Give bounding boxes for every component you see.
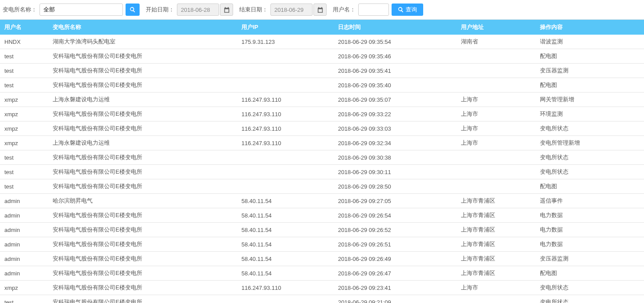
table-cell: 安科瑞电气股份有限公司E楼变电所 <box>48 252 237 266</box>
table-cell: 变电所状态 <box>536 295 644 303</box>
table-cell: 电力数据 <box>536 208 644 223</box>
table-cell: 2018-06-29 09:33:03 <box>334 121 457 136</box>
th-op[interactable]: 操作内容 <box>536 20 644 35</box>
th-addr[interactable]: 用户地址 <box>457 20 536 35</box>
table-row[interactable]: test安科瑞电气股份有限公司E楼变电所2018-06-29 09:21:09变… <box>0 295 644 303</box>
table-row[interactable]: xmpz上海永磐建设电力运维116.247.93.1102018-06-29 0… <box>0 136 644 150</box>
table-cell: HNDX <box>0 35 48 49</box>
end-date-label: 结束日期： <box>239 6 268 14</box>
query-button-label: 查询 <box>406 6 417 14</box>
table-cell <box>237 64 334 78</box>
table-cell: xmpz <box>0 107 48 121</box>
table-cell: 116.247.93.110 <box>237 107 334 121</box>
table-cell: 安科瑞电气股份有限公司E楼变电所 <box>48 78 237 93</box>
table-cell: 安科瑞电气股份有限公司E楼变电所 <box>48 223 237 237</box>
query-button[interactable]: 查询 <box>392 4 423 16</box>
table-cell: 变电所管理新增 <box>536 136 644 150</box>
vertical-scrollbar[interactable] <box>637 20 644 303</box>
table-cell <box>237 49 334 64</box>
table-cell: 2018-06-29 09:26:54 <box>334 208 457 223</box>
table-cell: test <box>0 78 48 93</box>
search-station-button[interactable] <box>126 4 140 16</box>
th-username[interactable]: 用户名 <box>0 20 48 35</box>
th-station[interactable]: 变电所名称 <box>48 20 237 35</box>
th-ip[interactable]: 用户IP <box>237 20 334 35</box>
th-time[interactable]: 日志时间 <box>334 20 457 35</box>
table-cell: 安科瑞电气股份有限公司E楼变电所 <box>48 237 237 252</box>
table-row[interactable]: admin安科瑞电气股份有限公司E楼变电所58.40.11.542018-06-… <box>0 266 644 281</box>
table-row[interactable]: xmpz上海永磐建设电力运维116.247.93.1102018-06-29 0… <box>0 93 644 107</box>
table-row[interactable]: xmpz安科瑞电气股份有限公司E楼变电所116.247.93.1102018-0… <box>0 121 644 136</box>
table-cell: 2018-06-29 09:35:54 <box>334 35 457 49</box>
table-cell: 2018-06-29 09:21:09 <box>334 295 457 303</box>
end-date-input[interactable] <box>270 4 313 16</box>
start-date-input[interactable] <box>177 4 219 16</box>
table-row[interactable]: admin安科瑞电气股份有限公司E楼变电所58.40.11.542018-06-… <box>0 237 644 252</box>
table-row[interactable]: test安科瑞电气股份有限公司E楼变电所2018-06-29 09:30:38变… <box>0 150 644 165</box>
table-row[interactable]: test安科瑞电气股份有限公司E楼变电所2018-06-29 09:35:40配… <box>0 78 644 93</box>
table-cell: 变电所状态 <box>536 281 644 295</box>
table-cell: 环境监测 <box>536 107 644 121</box>
table-cell: 谐波监测 <box>536 35 644 49</box>
table-cell: 湖南省 <box>457 35 536 49</box>
table-cell: 安科瑞电气股份有限公司E楼变电所 <box>48 281 237 295</box>
table-cell: 2018-06-29 09:33:22 <box>334 107 457 121</box>
table-cell: 配电图 <box>536 266 644 281</box>
table-cell: 116.247.93.110 <box>237 93 334 107</box>
table-cell: 变压器监测 <box>536 64 644 78</box>
end-date-picker-button[interactable] <box>313 4 327 16</box>
table-cell <box>457 150 536 165</box>
table-cell: 配电图 <box>536 49 644 64</box>
table-cell <box>457 64 536 78</box>
table-cell: 配电图 <box>536 78 644 93</box>
start-date-picker-button[interactable] <box>220 4 233 16</box>
table-cell <box>457 78 536 93</box>
table-cell: test <box>0 179 48 194</box>
username-label: 用户名： <box>333 6 356 14</box>
table-row[interactable]: admin哈尔滨朗昇电气58.40.11.542018-06-29 09:27:… <box>0 194 644 208</box>
table-cell <box>237 165 334 179</box>
table-row[interactable]: admin安科瑞电气股份有限公司E楼变电所58.40.11.542018-06-… <box>0 223 644 237</box>
table-cell: 2018-06-29 09:28:50 <box>334 179 457 194</box>
start-date-label: 开始日期： <box>146 6 174 14</box>
table-row[interactable]: test安科瑞电气股份有限公司E楼变电所2018-06-29 09:35:46配… <box>0 49 644 64</box>
username-input[interactable] <box>358 4 389 16</box>
table-cell: 变压器监测 <box>536 252 644 266</box>
table-cell: 2018-06-29 09:35:41 <box>334 64 457 78</box>
table-cell: 2018-06-29 09:26:47 <box>334 266 457 281</box>
table-cell: 上海市青浦区 <box>457 208 536 223</box>
table-cell <box>457 295 536 303</box>
table-row[interactable]: xmpz安科瑞电气股份有限公司E楼变电所116.247.93.1102018-0… <box>0 107 644 121</box>
table-row[interactable]: admin安科瑞电气股份有限公司E楼变电所58.40.11.542018-06-… <box>0 208 644 223</box>
table-cell: 网关管理新增 <box>536 93 644 107</box>
table-cell: 58.40.11.54 <box>237 223 334 237</box>
table-cell: 2018-06-29 09:35:07 <box>334 93 457 107</box>
table-cell <box>457 49 536 64</box>
table-cell: 上海市 <box>457 121 536 136</box>
table-row[interactable]: admin安科瑞电气股份有限公司E楼变电所58.40.11.542018-06-… <box>0 252 644 266</box>
table-row[interactable]: xmpz安科瑞电气股份有限公司E楼变电所116.247.93.1102018-0… <box>0 281 644 295</box>
station-input[interactable] <box>40 4 123 16</box>
table-cell: 安科瑞电气股份有限公司E楼变电所 <box>48 208 237 223</box>
table-cell <box>237 150 334 165</box>
table-cell: 变电所状态 <box>536 150 644 165</box>
table-cell: 上海市 <box>457 281 536 295</box>
table-cell: 上海市 <box>457 107 536 121</box>
table-cell: 上海永磐建设电力运维 <box>48 93 237 107</box>
table-cell: xmpz <box>0 93 48 107</box>
calendar-icon <box>224 7 230 13</box>
table-cell <box>457 165 536 179</box>
table-cell: admin <box>0 208 48 223</box>
table-row[interactable]: HNDX湖南大学渔湾码头配电室175.9.31.1232018-06-29 09… <box>0 35 644 49</box>
table-row[interactable]: test安科瑞电气股份有限公司E楼变电所2018-06-29 09:30:11变… <box>0 165 644 179</box>
table-cell: test <box>0 49 48 64</box>
table-cell: 116.247.93.110 <box>237 281 334 295</box>
table-cell: 安科瑞电气股份有限公司E楼变电所 <box>48 107 237 121</box>
table-row[interactable]: test安科瑞电气股份有限公司E楼变电所2018-06-29 09:28:50配… <box>0 179 644 194</box>
table-row[interactable]: test安科瑞电气股份有限公司E楼变电所2018-06-29 09:35:41变… <box>0 64 644 78</box>
table-cell: 58.40.11.54 <box>237 237 334 252</box>
table-cell: 变电所状态 <box>536 121 644 136</box>
table-cell: 遥信事件 <box>536 194 644 208</box>
table-cell: 2018-06-29 09:35:46 <box>334 49 457 64</box>
table-cell: 2018-06-29 09:26:51 <box>334 237 457 252</box>
